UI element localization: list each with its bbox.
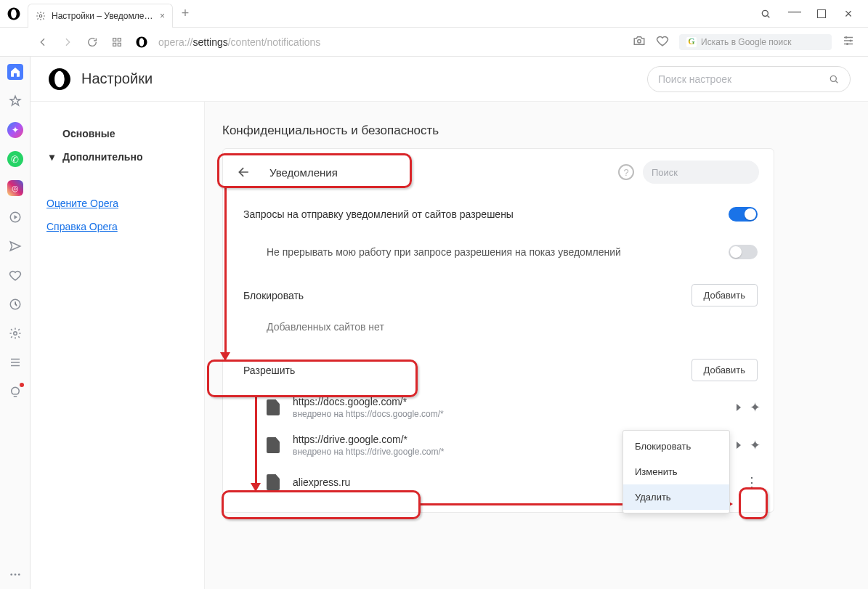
block-empty-text: Добавленных сайтов нет (223, 314, 774, 346)
notifications-card: Уведомления ? Запросы на отправку уведом… (222, 148, 774, 513)
browser-tab[interactable]: Настройки – Уведомления × (28, 4, 173, 28)
url-prefix: opera:// (158, 36, 192, 48)
allow-section-title: Разрешить (243, 365, 691, 376)
rail-heart-icon[interactable] (7, 267, 23, 283)
annotation-arrow (255, 397, 257, 486)
block-add-button[interactable]: Добавить (691, 284, 758, 306)
opera-logo-icon (7, 7, 20, 20)
rail-messenger-icon[interactable]: ✦ (7, 122, 23, 138)
card-title: Уведомления (269, 166, 338, 179)
menu-edit[interactable]: Изменить (623, 459, 729, 484)
sidebar-item-basic[interactable]: Основные (46, 122, 188, 145)
menu-block[interactable]: Блокировать (623, 434, 729, 459)
settings-search-box[interactable] (647, 66, 851, 92)
title-bar: Настройки – Уведомления × + ― × (0, 0, 868, 28)
google-search-box[interactable]: G Искать в Google поиск (679, 34, 832, 50)
card-search-input[interactable] (652, 167, 774, 178)
new-tab-button[interactable]: + (173, 0, 198, 27)
rail-send-icon[interactable] (7, 238, 23, 254)
left-rail: ✦ ✆ ◎ (0, 57, 31, 589)
site-menu-button[interactable]: ⋮ (743, 471, 760, 493)
rail-line-icon[interactable] (7, 354, 23, 370)
extension-icon: ✦ (750, 399, 760, 415)
allow-requests-toggle[interactable] (729, 207, 758, 222)
help-icon[interactable]: ? (618, 164, 634, 180)
expand-icon[interactable] (737, 404, 741, 411)
sidebar-link-rate[interactable]: Оцените Opera (46, 198, 188, 209)
allow-add-button[interactable]: Добавить (691, 359, 758, 381)
url-path: /content/notifications (228, 36, 321, 48)
window-close-icon[interactable]: × (842, 7, 855, 20)
reload-button[interactable] (80, 28, 105, 57)
tab-title: Настройки – Уведомления (52, 11, 154, 21)
rail-home-icon[interactable] (7, 64, 23, 80)
block-section-title: Блокировать (243, 290, 691, 301)
annotation-arrowhead (251, 483, 261, 492)
nav-back-button[interactable] (31, 28, 55, 57)
bookmark-heart-icon[interactable] (656, 34, 669, 49)
rail-bulb-icon[interactable] (7, 383, 23, 399)
back-button[interactable] (235, 163, 253, 182)
gear-icon (36, 11, 46, 21)
rail-play-icon[interactable] (7, 209, 23, 225)
rail-more-icon[interactable] (7, 573, 23, 589)
sidebar-item-advanced[interactable]: ▾Дополнительно (46, 145, 188, 168)
snapshot-icon[interactable] (633, 34, 646, 49)
google-search-placeholder: Искать в Google поиск (701, 37, 792, 47)
extension-icon: ✦ (750, 437, 760, 453)
annotation-arrowhead (220, 352, 230, 361)
site-context-menu: Блокировать Изменить Удалить (622, 430, 730, 513)
settings-header: Настройки (31, 57, 868, 102)
quiet-toggle[interactable] (729, 245, 758, 259)
rail-star-icon[interactable] (7, 93, 23, 109)
url-field[interactable]: opera://settings/content/notifications (154, 36, 633, 48)
settings-main: Конфиденциальность и безопасность Уведом… (205, 102, 868, 589)
settings-sidebar: Основные ▾Дополнительно Оцените Opera Сп… (31, 102, 205, 589)
settings-search-input[interactable] (658, 73, 828, 85)
sidebar-link-help[interactable]: Справка Opera (46, 221, 188, 232)
card-search-box[interactable] (643, 161, 759, 184)
site-url: https://docs.google.com/* (293, 396, 723, 407)
section-title: Конфиденциальность и безопасность (222, 123, 861, 138)
url-host: settings (192, 36, 227, 48)
tab-close-icon[interactable]: × (160, 11, 165, 21)
rail-history-icon[interactable] (7, 296, 23, 312)
rail-whatsapp-icon[interactable]: ✆ (7, 151, 23, 167)
allow-requests-label: Запросы на отправку уведомлений от сайто… (243, 208, 729, 220)
search-icon (828, 73, 840, 85)
menu-delete[interactable]: Удалить (623, 484, 729, 510)
annotation-arrow (224, 188, 227, 355)
rail-settings-icon[interactable] (7, 325, 23, 341)
site-row: https://docs.google.com/* внедрено на ht… (223, 389, 774, 426)
page-title: Настройки (81, 70, 647, 87)
url-bar: opera://settings/content/notifications G… (0, 28, 868, 57)
rail-instagram-icon[interactable]: ◎ (7, 180, 23, 196)
page-icon (267, 437, 280, 453)
window-minimize-icon[interactable]: ― (788, 4, 801, 17)
site-sub: внедрено на https://docs.google.com/* (293, 409, 723, 419)
expand-icon[interactable] (737, 442, 741, 449)
page-icon (267, 474, 280, 490)
quiet-label: Не прерывать мою работу при запросе разр… (267, 246, 729, 258)
nav-forward-button[interactable] (55, 28, 80, 57)
easy-setup-icon[interactable] (842, 34, 855, 49)
page-icon (267, 399, 280, 415)
url-opera-icon (129, 28, 154, 57)
google-g-icon: G (686, 37, 697, 47)
opera-logo-large-icon (48, 68, 71, 91)
window-search-icon[interactable] (759, 7, 772, 20)
speed-dial-button[interactable] (105, 28, 129, 57)
window-maximize-icon[interactable] (817, 9, 826, 18)
content-area: Настройки Основные ▾Дополнительно Оценит… (31, 57, 868, 589)
